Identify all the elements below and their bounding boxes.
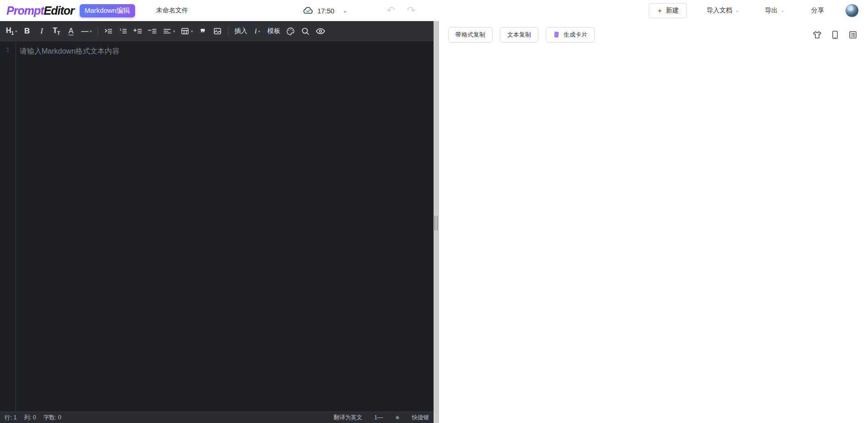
blockquote-button[interactable]: ❞: [197, 24, 209, 38]
indent-increase-button[interactable]: [132, 24, 144, 38]
mode-badge: Markdown编辑: [80, 4, 135, 17]
status-line: 行: 1: [5, 414, 16, 422]
svg-text:1: 1: [119, 27, 122, 32]
copy-text-button[interactable]: 文本复制: [500, 27, 538, 43]
new-document-button[interactable]: ＋ 新建: [649, 3, 687, 18]
font-size-control[interactable]: 1—: [374, 414, 383, 421]
horizontal-rule-button[interactable]: — ▾: [80, 24, 93, 38]
copy-text-label: 文本复制: [507, 31, 531, 39]
file-name[interactable]: 未命名文件: [156, 6, 188, 15]
generate-card-label: 生成卡片: [564, 31, 587, 39]
logo-prompt: Prompt: [6, 4, 44, 17]
cloud-saved-icon: [303, 5, 314, 16]
editor-status-bar: 行: 1 列: 0 字数: 0 翻译为英文 1— ✳ 快捷键: [0, 412, 434, 423]
theme-toggle-icon[interactable]: ✳: [395, 414, 400, 421]
top-bar: PromptEditor Markdown编辑 未命名文件 17:50 ⌄ ↶ …: [0, 0, 868, 21]
copy-with-format-button[interactable]: 带格式复制: [448, 27, 493, 43]
shortcuts-button[interactable]: 快捷键: [412, 414, 429, 422]
cursor-stats: 行: 1 列: 0 字数: 0: [5, 414, 61, 422]
save-time: 17:50: [317, 7, 335, 15]
app-logo: PromptEditor: [6, 4, 74, 17]
new-label: 新建: [666, 6, 679, 15]
line-number-gutter: 1: [0, 41, 16, 412]
status-word-count: 字数: 0: [43, 414, 61, 422]
share-button[interactable]: 分享: [811, 6, 824, 15]
outline-list-icon[interactable]: [848, 30, 858, 40]
align-caret-icon: ▾: [173, 29, 175, 33]
editor-textarea[interactable]: 请输入Markdown格式文本内容: [16, 41, 434, 412]
mobile-preview-icon[interactable]: [830, 30, 840, 40]
heading-button[interactable]: H1 ▾: [5, 24, 18, 38]
splitter-grip-icon: [434, 216, 438, 231]
toolbar-separator: [228, 27, 228, 36]
pane-splitter[interactable]: [434, 21, 439, 423]
template-button[interactable]: 模板: [266, 24, 282, 38]
preview-toolbar: 带格式复制 文本复制 生成卡片: [439, 25, 868, 45]
save-status-group[interactable]: 17:50 ⌄: [303, 5, 347, 16]
indent-decrease-button[interactable]: [146, 24, 158, 38]
import-chevron-down-icon: ⌄: [735, 7, 739, 13]
table-caret-icon: ▾: [191, 29, 193, 33]
align-button[interactable]: ▾: [161, 24, 176, 38]
info-dropdown-button[interactable]: i ▾: [251, 24, 263, 38]
toolbar-separator: [98, 27, 98, 36]
export-label: 导出: [765, 6, 778, 15]
app-window: PromptEditor Markdown编辑 未命名文件 17:50 ⌄ ↶ …: [0, 0, 868, 423]
main-area: H1 ▾ B I TT A — ▾: [0, 21, 868, 423]
translate-button[interactable]: 翻译为英文: [334, 414, 363, 422]
italic-button[interactable]: I: [36, 24, 48, 38]
import-document-menu[interactable]: 导入文档 ⌄: [707, 6, 739, 15]
image-button[interactable]: [212, 24, 223, 38]
plus-icon: ＋: [656, 6, 663, 15]
line-number: 1: [0, 46, 16, 53]
theme-palette-icon[interactable]: [284, 24, 297, 38]
search-icon[interactable]: [299, 24, 311, 38]
editor-content[interactable]: 1 请输入Markdown格式文本内容: [0, 41, 434, 412]
bullet-list-button[interactable]: [103, 24, 114, 38]
ordered-list-button[interactable]: 1: [117, 24, 129, 38]
editor-toolbar: H1 ▾ B I TT A — ▾: [0, 21, 434, 41]
redo-button[interactable]: ↷: [407, 5, 415, 16]
heading-caret-icon: ▾: [15, 29, 17, 33]
editor-pane: H1 ▾ B I TT A — ▾: [0, 21, 434, 423]
undo-button[interactable]: ↶: [387, 5, 395, 16]
editor-placeholder: 请输入Markdown格式文本内容: [20, 46, 434, 57]
export-chevron-down-icon: ⌄: [781, 7, 785, 13]
preview-eye-icon[interactable]: [314, 24, 327, 38]
bold-button[interactable]: B: [21, 24, 33, 38]
import-label: 导入文档: [707, 6, 732, 15]
copy-with-format-label: 带格式复制: [456, 31, 485, 39]
table-button[interactable]: ▾: [179, 24, 194, 38]
status-actions: 翻译为英文 1— ✳ 快捷键: [334, 414, 429, 422]
theme-tshirt-icon[interactable]: [812, 30, 822, 40]
insert-button[interactable]: 插入: [233, 24, 249, 38]
card-icon: [553, 31, 560, 38]
underline-color-button[interactable]: A: [65, 24, 77, 38]
preview-content[interactable]: [439, 45, 868, 423]
share-label: 分享: [811, 6, 824, 15]
logo-editor: Editor: [44, 4, 74, 17]
export-menu[interactable]: 导出 ⌄: [765, 6, 785, 15]
user-avatar[interactable]: [845, 4, 859, 17]
font-size-button[interactable]: TT: [50, 24, 62, 38]
preview-right-icons: [812, 30, 860, 40]
save-chevron-down-icon[interactable]: ⌄: [342, 7, 347, 14]
preview-pane: 带格式复制 文本复制 生成卡片: [439, 21, 868, 423]
info-caret-icon: ▾: [258, 29, 260, 33]
generate-card-button[interactable]: 生成卡片: [546, 27, 595, 43]
status-column: 列: 0: [24, 414, 36, 422]
hr-caret-icon: ▾: [90, 29, 92, 33]
